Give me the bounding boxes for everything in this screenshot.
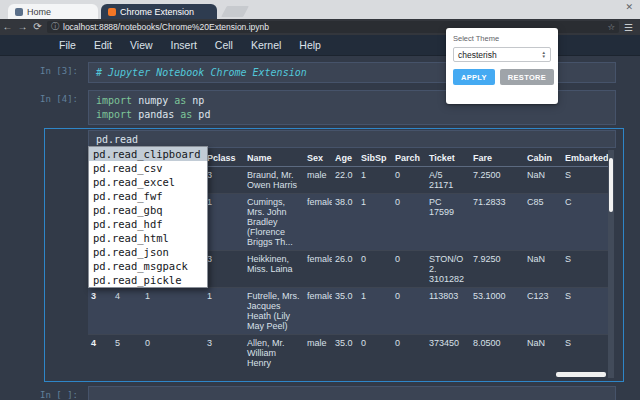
table-cell: 1 [204,288,244,335]
table-cell: 3 [204,251,244,288]
table-cell: 35.0 [332,335,358,372]
input-prompt: In [3]: [0,66,84,76]
table-cell: S [562,167,614,194]
table-cell: NaN [524,167,562,194]
table-cell: male [304,167,332,194]
column-header: Embarked [562,150,614,167]
menu-file[interactable]: File [50,39,85,51]
tab-home-title: Home [27,7,51,17]
table-cell: Heikkinen, Miss. Laina [244,251,304,288]
autocomplete-item[interactable]: pd.read_gbq [89,203,207,217]
popup-title: Select Theme [453,34,551,43]
menu-edit[interactable]: Edit [85,39,121,51]
table-cell: STON/O2. 3101282 [426,251,470,288]
row-index: 4 [88,335,112,372]
output-hscrollbar-thumb[interactable] [556,372,606,377]
column-header: Cabin [524,150,562,167]
table-cell: female [304,251,332,288]
apply-button[interactable]: APPLY [453,69,495,85]
table-row: 4503Allen, Mr. William Henrymale35.00037… [88,335,614,372]
select-arrows-icon: ▲▼ [542,51,546,59]
table-cell: 53.1000 [470,288,524,335]
menu-help[interactable]: Help [290,39,330,51]
table-cell: Allen, Mr. William Henry [244,335,304,372]
table-cell: 71.2833 [470,194,524,251]
table-cell: NaN [524,335,562,372]
menu-view[interactable]: View [121,39,162,51]
new-tab-button[interactable] [221,6,249,17]
autocomplete-item[interactable]: pd.read_hdf [89,217,207,231]
code-editor[interactable] [89,387,615,393]
restore-button[interactable]: RESTORE [500,69,554,85]
table-cell: 26.0 [332,251,358,288]
menu-cell[interactable]: Cell [206,39,242,51]
reload-icon[interactable]: ⟳ [30,19,45,35]
input-prompt: In [4]: [0,94,84,104]
table-cell: 7.9250 [470,251,524,288]
column-header: SibSp [358,150,392,167]
table-cell: male [304,335,332,372]
table-cell: Braund, Mr. Owen Harris [244,167,304,194]
table-cell: 8.0500 [470,335,524,372]
theme-select[interactable]: chesterish ▲▼ [453,47,551,62]
autocomplete-item[interactable]: pd.read_clipboard [89,147,207,161]
table-cell: 1 [142,288,204,335]
table-cell: Cumings, Mrs. John Bradley (Florence Bri… [244,194,304,251]
url-text: localhost:8888/notebooks/Chrome%20Extens… [63,22,269,32]
table-cell: 113803 [426,288,470,335]
autocomplete-item[interactable]: pd.read_excel [89,175,207,189]
autocomplete-item[interactable]: pd.read_json [89,245,207,259]
browser-menu-icon[interactable]: ☰ [624,22,633,33]
table-cell: 5 [112,335,142,372]
table-cell: 0 [392,251,426,288]
code-cell-empty[interactable] [88,386,616,400]
output-vscrollbar-thumb[interactable] [609,158,613,212]
jupyter-favicon-icon [108,8,116,16]
autocomplete-item[interactable]: pd.read_html [89,231,207,245]
tab-chrome-extension[interactable]: Chrome Extension [101,4,217,19]
table-cell: 7.2500 [470,167,524,194]
table-cell: 0 [392,167,426,194]
home-favicon-icon [15,8,23,16]
table-cell: C85 [524,194,562,251]
autocomplete-item[interactable]: pd.read_pickle [89,273,207,287]
column-header: Pclass [204,150,244,167]
table-cell: 22.0 [332,167,358,194]
extension-popup: Select Theme chesterish ▲▼ APPLY RESTORE [446,28,558,104]
selected-theme-value: chesterish [458,50,497,60]
table-cell: 3 [204,335,244,372]
input-prompt: In [ ]: [0,390,84,400]
table-cell: 0 [358,335,392,372]
autocomplete-item[interactable]: pd.read_fwf [89,189,207,203]
table-cell: 0 [392,194,426,251]
forward-icon[interactable]: → [15,19,30,35]
table-cell: 1 [204,194,244,251]
autocomplete-item[interactable]: pd.read_csv [89,161,207,175]
table-cell: 38.0 [332,194,358,251]
table-cell: PC 17599 [426,194,470,251]
table-cell: 3 [204,167,244,194]
tab-home[interactable]: Home [8,4,98,19]
code-line: pd.read [96,133,608,146]
table-cell: 0 [358,251,392,288]
autocomplete-item[interactable]: pd.read_msgpack [89,259,207,273]
table-row: 3411Futrelle, Mrs. Jacques Heath (Lily M… [88,288,614,335]
back-icon[interactable]: ← [0,19,15,35]
bookmark-star-icon[interactable]: ☆ [607,21,615,33]
site-info-icon[interactable]: ⓘ [51,21,59,33]
table-cell: 1 [358,288,392,335]
table-cell: S [562,251,614,288]
column-header: Fare [470,150,524,167]
table-cell: female [304,288,332,335]
menu-kernel[interactable]: Kernel [242,39,290,51]
window-close-icon[interactable]: ✕ [625,3,633,12]
menu-insert[interactable]: Insert [162,39,206,51]
table-cell: A/5 21171 [426,167,470,194]
output-vscrollbar-track[interactable] [608,150,614,378]
table-cell: S [562,288,614,335]
table-cell: C [562,194,614,251]
table-cell: S [562,335,614,372]
table-cell: 35.0 [332,288,358,335]
table-cell: NaN [524,251,562,288]
column-header: Sex [304,150,332,167]
